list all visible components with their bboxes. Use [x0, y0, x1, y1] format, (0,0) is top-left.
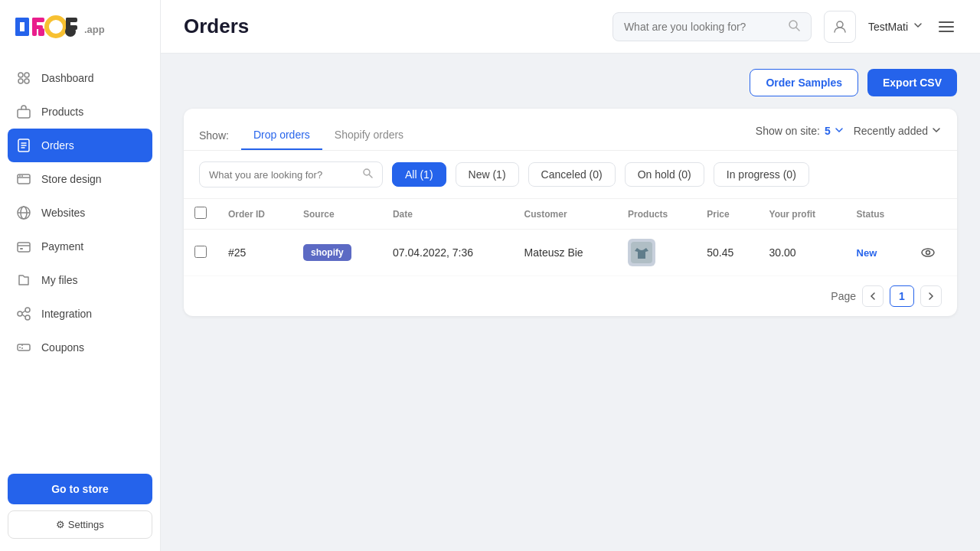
sidebar-item-products[interactable]: Products	[0, 95, 160, 129]
svg-point-46	[922, 249, 934, 256]
sidebar-item-websites[interactable]: Websites	[0, 196, 160, 230]
row-order-id: #25	[217, 230, 292, 276]
sidebar-bottom: Go to store ⚙ Settings	[0, 461, 160, 551]
global-search-box[interactable]	[612, 12, 812, 41]
filter-in-progress-button[interactable]: In progress (0)	[714, 162, 809, 187]
svg-point-17	[24, 79, 29, 83]
go-to-store-button[interactable]: Go to store	[8, 474, 152, 504]
sidebar-item-label: Dashboard	[41, 72, 94, 84]
filter-canceled-button[interactable]: Canceled (0)	[528, 162, 616, 187]
col-date: Date	[382, 199, 514, 230]
row-products	[617, 230, 696, 276]
show-on-site-label: Show on site:	[756, 125, 820, 137]
svg-line-36	[22, 315, 25, 317]
products-icon	[15, 103, 32, 120]
filter-new-button[interactable]: New (1)	[456, 162, 519, 187]
user-name: TestMati	[868, 21, 908, 33]
sidebar-item-my-files[interactable]: My files	[0, 263, 160, 297]
sidebar-nav: Dashboard Products Orders	[0, 54, 160, 461]
orders-icon	[15, 137, 32, 154]
svg-line-35	[22, 311, 25, 313]
product-thumbnail	[628, 239, 655, 266]
show-on-site-chevron-icon	[834, 125, 844, 138]
filter-search-input[interactable]	[209, 169, 356, 181]
row-checkbox[interactable]	[194, 246, 207, 258]
svg-line-44	[370, 175, 373, 178]
svg-line-41	[796, 28, 799, 31]
svg-rect-29	[18, 243, 30, 252]
site-controls: Show on site: 5 Recently added	[756, 125, 942, 147]
col-customer: Customer	[514, 199, 617, 230]
col-status: Status	[846, 199, 910, 230]
row-checkbox-cell	[184, 230, 217, 276]
svg-point-34	[25, 315, 30, 320]
recently-added-dropdown[interactable]: Recently added	[854, 125, 942, 138]
main: Orders TestMati	[161, 0, 980, 551]
sidebar-footer-button[interactable]: ⚙ Settings	[8, 510, 152, 539]
show-on-site-count: 5	[825, 125, 831, 137]
filter-search-icon	[362, 168, 373, 181]
sidebar-item-label: Websites	[41, 207, 85, 219]
tab-drop-orders[interactable]: Drop orders	[241, 121, 322, 150]
sidebar-item-orders[interactable]: Orders	[8, 129, 152, 162]
select-all-header	[184, 199, 217, 230]
sidebar-item-label: My files	[41, 274, 77, 286]
view-order-button[interactable]	[920, 245, 936, 260]
hamburger-menu-button[interactable]	[936, 18, 957, 35]
table-row: #25 shopify 07.04.2022, 7:36 Mateusz Bie	[184, 230, 957, 276]
col-source: Source	[292, 199, 382, 230]
filter-all-button[interactable]: All (1)	[392, 162, 446, 187]
sidebar-item-store-design[interactable]: Store design	[0, 162, 160, 196]
svg-point-15	[24, 73, 29, 77]
websites-icon	[15, 204, 32, 221]
logo: .app	[0, 0, 160, 54]
sidebar-item-payment[interactable]: Payment	[0, 230, 160, 263]
sidebar-item-integration[interactable]: Integration	[0, 297, 160, 331]
row-customer: Mateusz Bie	[514, 230, 617, 276]
export-csv-button[interactable]: Export CSV	[867, 69, 957, 96]
svg-point-14	[18, 73, 23, 77]
page-label: Page	[831, 290, 856, 302]
search-icon	[788, 19, 800, 34]
filter-search-box[interactable]	[199, 161, 383, 187]
global-search-input[interactable]	[624, 21, 782, 33]
current-page: 1	[890, 285, 914, 307]
page-title: Orders	[184, 15, 249, 38]
user-menu[interactable]: TestMati	[868, 20, 923, 33]
row-date: 07.04.2022, 7:36	[382, 230, 514, 276]
recently-added-label: Recently added	[854, 125, 928, 137]
svg-rect-7	[38, 28, 44, 36]
show-on-site-dropdown[interactable]: 5	[825, 125, 844, 138]
sidebar-item-label: Coupons	[41, 341, 84, 354]
next-page-button[interactable]	[920, 285, 942, 307]
row-source: shopify	[292, 230, 382, 276]
svg-point-47	[926, 251, 930, 255]
orders-table: Order ID Source Date Customer Products	[184, 199, 957, 276]
svg-point-39	[19, 347, 21, 348]
svg-text:.app: .app	[84, 24, 105, 35]
sidebar-item-coupons[interactable]: Coupons	[0, 331, 160, 364]
svg-rect-31	[20, 248, 23, 249]
order-samples-button[interactable]: Order Samples	[750, 69, 858, 96]
svg-point-43	[364, 169, 370, 175]
sidebar-item-dashboard[interactable]: Dashboard	[0, 61, 160, 95]
col-order-id: Order ID	[217, 199, 292, 230]
col-your-profit: Your profit	[759, 199, 846, 230]
store-design-icon	[15, 171, 32, 187]
select-all-checkbox[interactable]	[194, 207, 207, 219]
user-avatar-button[interactable]	[824, 11, 856, 43]
row-actions	[910, 230, 957, 276]
action-bar: Order Samples Export CSV	[184, 69, 957, 96]
svg-point-16	[18, 79, 23, 83]
dashboard-icon	[15, 70, 32, 86]
filter-on-hold-button[interactable]: On hold (0)	[625, 162, 704, 187]
status-badge: New	[857, 247, 877, 259]
svg-point-42	[837, 21, 843, 28]
my-files-icon	[15, 272, 32, 289]
svg-rect-11	[66, 18, 77, 22]
filter-bar: All (1) New (1) Canceled (0) On hold (0)…	[184, 151, 957, 199]
svg-point-32	[18, 311, 22, 316]
row-status: New	[846, 230, 910, 276]
tab-shopify-orders[interactable]: Shopify orders	[322, 121, 416, 150]
prev-page-button[interactable]	[862, 285, 884, 307]
